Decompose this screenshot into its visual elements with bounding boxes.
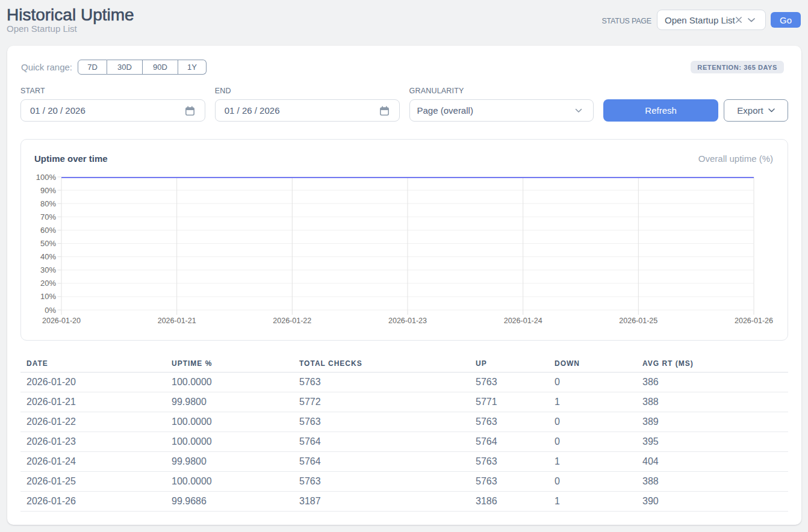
- svg-text:100%: 100%: [36, 173, 57, 182]
- svg-text:30%: 30%: [40, 265, 56, 274]
- svg-text:90%: 90%: [40, 186, 56, 195]
- svg-text:2026-01-26: 2026-01-26: [735, 317, 773, 325]
- svg-text:40%: 40%: [40, 252, 56, 261]
- svg-text:0%: 0%: [45, 306, 56, 315]
- svg-text:50%: 50%: [40, 239, 56, 248]
- svg-text:10%: 10%: [40, 292, 56, 301]
- svg-text:2026-01-21: 2026-01-21: [158, 317, 196, 325]
- svg-text:70%: 70%: [40, 212, 56, 221]
- svg-text:80%: 80%: [40, 199, 56, 208]
- svg-text:2026-01-23: 2026-01-23: [388, 317, 427, 325]
- svg-text:2026-01-24: 2026-01-24: [504, 317, 542, 325]
- svg-text:2026-01-22: 2026-01-22: [273, 317, 311, 325]
- svg-text:20%: 20%: [40, 279, 56, 288]
- svg-text:2026-01-25: 2026-01-25: [619, 317, 657, 325]
- svg-text:60%: 60%: [40, 226, 56, 235]
- svg-text:2026-01-20: 2026-01-20: [42, 317, 81, 325]
